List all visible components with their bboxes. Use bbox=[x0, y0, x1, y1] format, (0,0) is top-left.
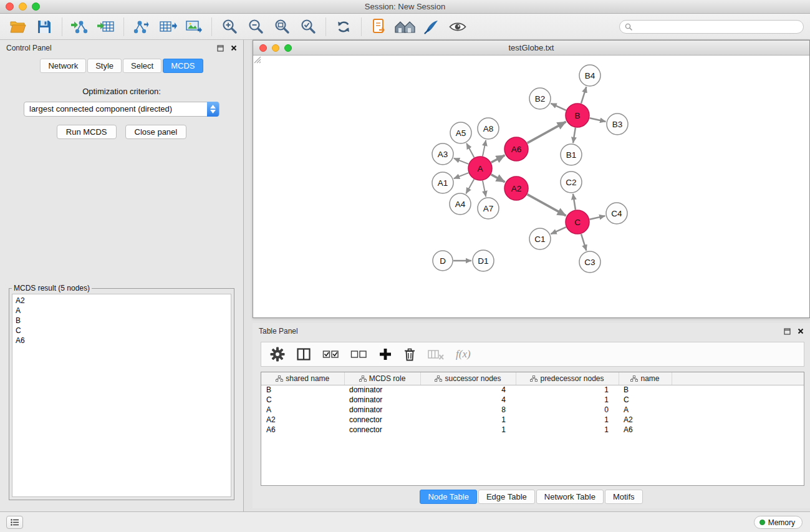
table-cell[interactable]: A bbox=[261, 405, 344, 415]
table-cell[interactable]: dominator bbox=[344, 385, 420, 395]
column-header[interactable]: shared name bbox=[261, 372, 344, 385]
table-cell[interactable]: A6 bbox=[261, 425, 344, 435]
open-file-icon[interactable] bbox=[5, 16, 31, 38]
paint-icon[interactable] bbox=[418, 16, 445, 38]
table-cell[interactable]: dominator bbox=[344, 395, 420, 405]
import-table-icon[interactable] bbox=[93, 16, 119, 38]
table-cell[interactable]: 0 bbox=[516, 405, 619, 415]
graph-edge-B-B1[interactable] bbox=[573, 128, 576, 143]
tab-motifs[interactable]: Motifs bbox=[605, 490, 643, 504]
mcds-result-item[interactable]: A bbox=[12, 306, 231, 316]
column-header[interactable]: predecessor nodes bbox=[516, 372, 619, 385]
refresh-icon[interactable] bbox=[330, 16, 357, 38]
tab-network-table[interactable]: Network Table bbox=[536, 490, 604, 504]
graph-edge-B-B3[interactable] bbox=[590, 118, 606, 122]
eye-icon[interactable] bbox=[445, 16, 471, 38]
memory-button[interactable]: Memory bbox=[754, 516, 803, 529]
zoom-fit-icon[interactable] bbox=[269, 16, 295, 38]
column-header[interactable]: successor nodes bbox=[420, 372, 516, 385]
function-builder-icon[interactable]: f(x) bbox=[456, 348, 471, 360]
table-row[interactable]: Adominator80A bbox=[261, 405, 804, 415]
mcds-result-list[interactable]: A2ABCA6 bbox=[12, 294, 231, 497]
graph-edge-C-C1[interactable] bbox=[551, 227, 566, 234]
mcds-result-item[interactable]: C bbox=[12, 326, 231, 336]
zoom-in-icon[interactable] bbox=[216, 16, 243, 38]
graph-edge-C-C4[interactable] bbox=[590, 216, 605, 220]
tab-style[interactable]: Style bbox=[87, 59, 122, 73]
zoom-out-icon[interactable] bbox=[243, 16, 269, 38]
graph-edge-A-A7[interactable] bbox=[483, 181, 486, 197]
network-canvas[interactable]: B4B2BB3A5A8A6B1A3AC2A1A2A4A7C4CC1C3DD1 bbox=[253, 56, 809, 317]
table-cell[interactable]: 1 bbox=[516, 395, 619, 405]
table-cell[interactable]: 1 bbox=[516, 425, 619, 435]
tab-network[interactable]: Network bbox=[40, 59, 86, 73]
search-box[interactable] bbox=[619, 20, 804, 34]
table-cell[interactable]: 1 bbox=[516, 415, 619, 425]
float-panel-icon[interactable] bbox=[217, 45, 224, 52]
deselect-all-icon[interactable] bbox=[350, 349, 367, 360]
export-network-icon[interactable] bbox=[128, 16, 155, 38]
minimize-window-icon[interactable] bbox=[19, 2, 27, 11]
column-header[interactable]: MCDS role bbox=[344, 372, 420, 385]
table-row[interactable]: Bdominator41B bbox=[261, 385, 804, 395]
graph-edge-A6-B[interactable] bbox=[528, 122, 566, 143]
column-header[interactable]: name bbox=[619, 372, 672, 385]
table-cell[interactable]: 4 bbox=[420, 385, 516, 395]
maximize-window-icon[interactable] bbox=[32, 2, 40, 11]
table-row[interactable]: Cdominator41C bbox=[261, 395, 804, 405]
network-view-icon[interactable] bbox=[366, 16, 392, 38]
close-panel-icon[interactable] bbox=[231, 45, 237, 51]
graph-edge-C-C3[interactable] bbox=[581, 234, 586, 251]
home-icon[interactable] bbox=[392, 16, 418, 38]
zoom-selected-icon[interactable] bbox=[295, 16, 321, 38]
close-table-panel-icon[interactable] bbox=[798, 328, 804, 334]
table-cell[interactable]: dominator bbox=[344, 405, 420, 415]
table-cell[interactable]: B bbox=[619, 385, 672, 395]
mcds-result-item[interactable]: A6 bbox=[12, 336, 231, 346]
table-cell[interactable]: B bbox=[261, 385, 344, 395]
optimization-criterion-dropdown[interactable]: largest connected component (directed) bbox=[24, 102, 219, 117]
node-table[interactable]: shared nameMCDS rolesuccessor nodesprede… bbox=[261, 372, 804, 486]
close-window-icon[interactable] bbox=[6, 2, 14, 11]
tab-node-table[interactable]: Node Table bbox=[420, 490, 477, 504]
resize-gripper-icon[interactable] bbox=[253, 56, 261, 64]
settings-icon[interactable] bbox=[270, 347, 285, 362]
import-network-icon[interactable] bbox=[67, 16, 93, 38]
table-cell[interactable]: A bbox=[619, 405, 672, 415]
table-cell[interactable]: A2 bbox=[261, 415, 344, 425]
table-cell[interactable]: 4 bbox=[420, 395, 516, 405]
graph-edge-A-A1[interactable] bbox=[454, 173, 469, 178]
mcds-result-item[interactable]: B bbox=[12, 316, 231, 326]
table-cell[interactable]: A2 bbox=[619, 415, 672, 425]
table-cell[interactable]: connector bbox=[344, 415, 420, 425]
search-input[interactable] bbox=[635, 22, 798, 31]
table-cell[interactable]: C bbox=[261, 395, 344, 405]
close-panel-button[interactable]: Close panel bbox=[125, 125, 187, 139]
tab-edge-table[interactable]: Edge Table bbox=[478, 490, 535, 504]
table-cell[interactable]: 1 bbox=[420, 415, 516, 425]
graph-edge-A-A4[interactable] bbox=[466, 179, 474, 193]
task-history-button[interactable] bbox=[6, 516, 23, 529]
graph-edge-B-B2[interactable] bbox=[551, 104, 566, 110]
table-cell[interactable]: A6 bbox=[619, 425, 672, 435]
network-minimize-icon[interactable] bbox=[272, 44, 279, 52]
graph-edge-A-A5[interactable] bbox=[466, 143, 474, 158]
table-cell[interactable]: connector bbox=[344, 425, 420, 435]
save-icon[interactable] bbox=[31, 16, 57, 38]
delete-columns-icon[interactable] bbox=[427, 348, 445, 360]
mcds-result-item[interactable]: A2 bbox=[12, 296, 231, 306]
table-cell[interactable]: 8 bbox=[420, 405, 516, 415]
graph-edge-A2-C[interactable] bbox=[528, 195, 566, 216]
network-close-icon[interactable] bbox=[259, 44, 267, 52]
table-cell[interactable]: C bbox=[619, 395, 672, 405]
graph-edge-A-A6[interactable] bbox=[491, 155, 505, 163]
graph-edge-B-B4[interactable] bbox=[581, 87, 586, 104]
graph-edge-A-A8[interactable] bbox=[483, 140, 486, 157]
table-row[interactable]: A6connector11A6 bbox=[261, 425, 804, 435]
export-image-icon[interactable] bbox=[181, 16, 207, 38]
delete-row-icon[interactable] bbox=[403, 347, 416, 362]
graph-edge-C-C2[interactable] bbox=[573, 194, 576, 210]
network-window-titlebar[interactable]: testGlobe.txt bbox=[253, 41, 809, 56]
run-mcds-button[interactable]: Run MCDS bbox=[57, 125, 117, 139]
table-cell[interactable]: 1 bbox=[516, 385, 619, 395]
